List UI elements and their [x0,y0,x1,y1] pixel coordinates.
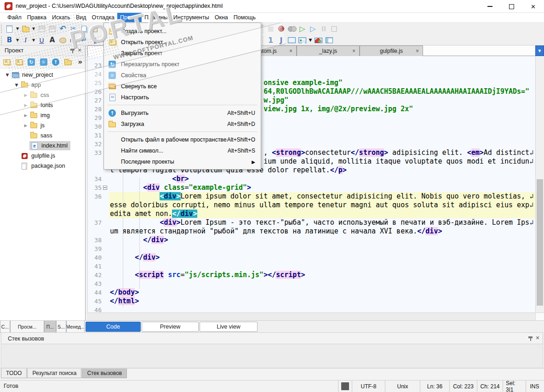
menubar-item-debug[interactable]: Отладка [89,13,117,22]
fold-gutter[interactable] [102,183,109,192]
line-break-icon[interactable]: ↵ [79,35,89,45]
menubar-item-edit[interactable]: Правка [24,13,49,22]
live-view-view-button[interactable]: Live view [200,322,258,332]
debug-search-icon[interactable] [286,24,297,34]
menu-item-new-project[interactable]: Создать проект... [104,26,261,37]
tab-close-icon[interactable]: × [416,48,419,54]
pin-icon[interactable] [70,49,75,53]
tree-item-sass[interactable]: sass [0,131,85,141]
tab-close-icon[interactable]: × [352,48,355,54]
image-icon[interactable] [313,35,324,45]
menu-item-download[interactable]: ЗагрузкаAlt+Shift+D [104,119,261,130]
copy-icon[interactable] [79,24,89,34]
new-project-icon[interactable] [2,57,12,67]
bottom-tab-call-stack[interactable]: Стек вызовов [82,369,127,378]
numbered-list-icon[interactable]: 1 [265,35,276,45]
editor-tab-gulpfile-js[interactable]: gulpfile.js× [360,45,423,56]
tab-close-icon[interactable]: × [289,48,292,54]
tree-item-js[interactable]: ▶js [0,120,85,131]
record-icon[interactable] [276,24,286,34]
bold-caret-icon[interactable]: ▼ [15,35,20,45]
menubar-item-plugins[interactable]: Плагины [142,13,171,22]
menubar-item-tools[interactable]: Инструменты [171,13,212,22]
project-settings-icon[interactable]: ☼ [39,57,49,67]
reload-project-icon[interactable]: ↻ [108,59,117,69]
toolbar-grip[interactable] [262,36,264,45]
menu-item-collapse-all[interactable]: Свернуть все [104,81,261,92]
project-properties-icon[interactable]: ☼ [108,70,117,80]
pilcrow-icon[interactable]: ¶ [89,35,100,45]
tree-closed-arrow-icon[interactable]: ▶ [22,123,29,128]
menu-item-configure[interactable]: Настроить [104,92,261,103]
sidebar-bottom-tab-3[interactable]: S... [56,321,66,333]
font-icon[interactable]: A [47,35,57,45]
tree-item-gulpfile-js[interactable]: gulpfile.js [0,151,85,161]
table-icon[interactable] [286,35,297,45]
bottom-tab-search-results[interactable]: Результат поиска [27,369,81,378]
layout-icon[interactable] [324,35,334,45]
menubar-item-file[interactable]: Файл [5,13,24,22]
nbsp-icon[interactable]: nb [68,35,79,45]
pause-icon[interactable] [318,24,329,34]
undo-icon[interactable]: ↶ [57,24,68,34]
tree-item-app[interactable]: ▼app [0,80,85,90]
stop-icon[interactable]: ■ [265,24,276,34]
fold-collapse-icon[interactable] [103,186,107,190]
tree-open-arrow-icon[interactable]: ▼ [4,73,11,77]
maximize-button[interactable] [501,0,522,13]
palette-icon[interactable] [57,35,68,45]
toolbar-grip[interactable] [1,25,3,33]
run-alt-icon[interactable]: ▷ [308,24,318,34]
editor-tab-lazy-js[interactable]: _lazy.js× [297,45,360,56]
horizontal-scrollbar[interactable] [87,312,544,320]
tree-closed-arrow-icon[interactable]: ▶ [22,113,29,118]
save-all-icon[interactable] [47,24,57,34]
menubar-item-help[interactable]: Помощь [231,13,258,22]
menu-item-close-project[interactable]: Закрыть проект [104,48,261,59]
menu-item-recent-projects[interactable]: Последние проекты▶ [104,156,261,167]
pin-icon[interactable] [528,336,533,341]
sidebar-bottom-tab-0[interactable]: С... [0,321,10,333]
menubar-item-project[interactable]: Проект [117,13,142,22]
open-project-icon[interactable] [108,37,117,47]
panel-close-icon[interactable]: × [536,334,539,341]
overflow-icon[interactable]: » [75,57,85,67]
run-icon[interactable]: ▷ [297,24,308,34]
download-icon[interactable] [108,119,117,129]
upload-project-icon[interactable]: ↑ [51,57,61,67]
menubar-item-view[interactable]: Вид [73,13,89,22]
menubar-item-windows[interactable]: Окна [212,13,231,22]
minimize-button[interactable] [480,0,500,13]
menu-item-project-properties[interactable]: ☼Свойства [104,70,261,81]
form-caret-icon[interactable]: ▼ [308,35,313,45]
toolbar-grip[interactable] [1,36,3,45]
tree-open-arrow-icon[interactable]: ▼ [13,83,20,87]
new-file-caret-icon[interactable]: ▼ [15,24,20,34]
upload-icon[interactable]: ↑ [108,108,117,118]
form-card-icon[interactable] [297,35,308,45]
menubar-item-search[interactable]: Искать [49,13,73,22]
vertical-scrollbar[interactable] [535,56,544,312]
code-view-button[interactable]: Code [86,322,141,332]
tree-item-index-html[interactable]: eindex.html [0,141,85,151]
reload-project-icon[interactable]: ↻ [26,57,36,67]
open-file-caret-icon[interactable]: ▼ [31,24,36,34]
sidebar-bottom-tab-1[interactable]: Просм... [10,321,44,333]
italic-caret-icon[interactable]: ▼ [31,35,36,45]
menu-item-open-file-workspace[interactable]: Открыть файл в рабочем пространствеAlt+S… [104,134,261,145]
cut-icon[interactable]: ✂ [68,24,79,34]
menu-item-open-project[interactable]: Открыть проект... [104,37,261,48]
open-file-icon[interactable] [20,24,31,34]
tree-closed-arrow-icon[interactable]: ▶ [22,103,29,108]
underline-icon[interactable]: U [36,35,47,45]
menu-item-upload[interactable]: ↑ВыгрузитьAlt+Shift+U [104,108,261,119]
sidebar-bottom-tab-2[interactable]: П... [44,321,56,333]
close-button[interactable]: × [523,0,544,13]
tree-item-css[interactable]: ▶css [0,90,85,100]
scrollbar-thumb[interactable] [537,179,543,306]
tree-item-img[interactable]: ▶img [0,110,85,120]
tree-item-new_project[interactable]: ▼new_project [0,70,85,80]
stop-outline-icon[interactable]: □ [329,24,339,34]
tab-list-button[interactable]: ▼ [535,45,544,56]
configure-icon[interactable] [108,92,117,102]
